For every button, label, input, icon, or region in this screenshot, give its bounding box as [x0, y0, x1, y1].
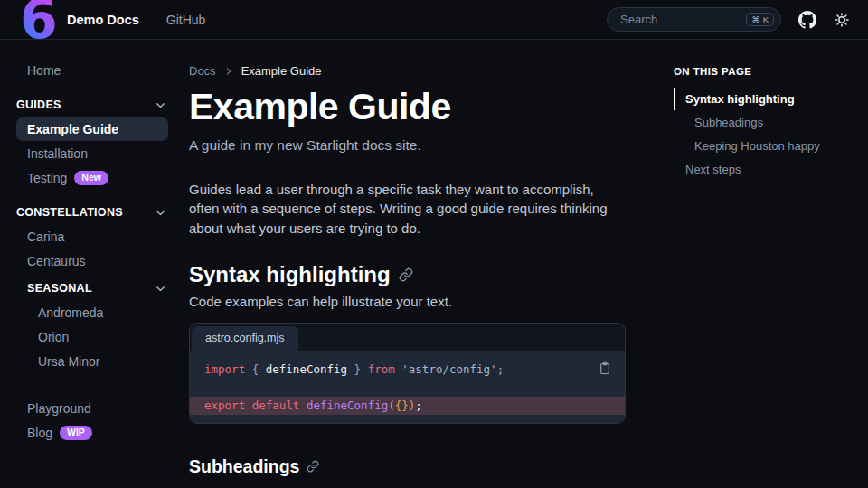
- sidebar-item-installation[interactable]: Installation: [16, 142, 168, 165]
- chevron-down-icon: [155, 207, 166, 219]
- sidebar-item-centaurus[interactable]: Centaurus: [16, 249, 168, 273]
- new-badge: New: [74, 171, 108, 185]
- intro-paragraph: Guides lead a user through a specific ta…: [189, 180, 626, 238]
- code-token: ({}): [388, 399, 415, 412]
- main-content: Docs Example Guide Example Guide A guide…: [181, 40, 653, 487]
- sidebar-item-label: Blog: [27, 426, 52, 440]
- code-token: ;: [415, 399, 422, 412]
- code-line-highlighted: export default defineConfig({});: [190, 397, 625, 415]
- code-body: import { defineConfig } from 'astro/conf…: [190, 351, 625, 423]
- github-icon: [798, 11, 816, 29]
- search-placeholder: Search: [620, 13, 657, 26]
- sidebar-item-home[interactable]: Home: [16, 59, 168, 82]
- code-line-empty: [190, 379, 625, 397]
- search-shortcut-mod: ⌘: [751, 15, 760, 24]
- chevron-down-icon: [155, 283, 166, 295]
- code-token: defineConfig: [266, 362, 347, 376]
- heading-text: Subheadings: [189, 456, 299, 477]
- code-token: export: [204, 399, 252, 412]
- code-line: import { defineConfig } from 'astro/conf…: [190, 361, 625, 379]
- sidebar-group-constellations[interactable]: CONSTELLATIONS: [16, 201, 168, 224]
- anchor-link-icon[interactable]: [399, 267, 413, 282]
- code-token: default: [252, 399, 307, 412]
- code-token: from: [368, 362, 402, 376]
- sidebar-group-label: SEASONAL: [27, 282, 92, 295]
- page-lede: A guide in my new Starlight docs site.: [189, 137, 626, 154]
- copy-code-button[interactable]: [596, 359, 614, 378]
- section-body: Code examples can help illustrate your t…: [189, 294, 626, 309]
- anchor-link-icon[interactable]: [307, 460, 319, 473]
- clipboard-icon: [598, 361, 612, 376]
- code-token: 'astro/config': [401, 362, 496, 376]
- code-block: astro.config.mjs import { defineConfig }…: [189, 323, 626, 424]
- code-token: import: [204, 362, 252, 376]
- nav-link-github[interactable]: GitHub: [166, 13, 206, 27]
- code-token: defineConfig: [307, 399, 388, 412]
- search-shortcut-badge: ⌘ K: [746, 13, 774, 27]
- sidebar-item-label: Testing: [27, 171, 67, 185]
- toc-item-subheadings[interactable]: Subheadings: [674, 111, 859, 134]
- breadcrumb-current: Example Guide: [241, 64, 322, 78]
- sidebar-item-andromeda[interactable]: Andromeda: [16, 301, 168, 324]
- toc-heading: ON THIS PAGE: [674, 66, 859, 77]
- sidebar-item-blog[interactable]: Blog WIP: [16, 421, 168, 445]
- code-token: }: [347, 362, 368, 376]
- sidebar-item-example-guide[interactable]: Example Guide: [16, 117, 168, 141]
- search-shortcut-key: K: [763, 15, 769, 24]
- breadcrumb-root[interactable]: Docs: [189, 64, 216, 78]
- sidebar-nav: Home GUIDES Example Guide Installation T…: [0, 40, 181, 487]
- wip-badge: WIP: [60, 426, 92, 440]
- sidebar-item-playground[interactable]: Playground: [16, 397, 168, 420]
- toc-item-keeping-houston-happy[interactable]: Keeping Houston happy: [674, 135, 859, 157]
- code-tab[interactable]: astro.config.mjs: [192, 326, 298, 351]
- code-token: {: [252, 362, 266, 376]
- sidebar-item-orion[interactable]: Orion: [16, 325, 168, 349]
- sidebar-group-label: CONSTELLATIONS: [16, 206, 123, 219]
- logo-glyph: 6: [20, 0, 58, 40]
- toc-item-next-steps[interactable]: Next steps: [674, 158, 859, 181]
- github-repo-button[interactable]: [798, 11, 816, 29]
- site-title-link[interactable]: Demo Docs: [67, 13, 139, 27]
- code-token: ;: [497, 362, 505, 376]
- code-tab-bar: astro.config.mjs: [190, 324, 625, 351]
- sidebar-item-carina[interactable]: Carina: [16, 225, 168, 249]
- heading-syntax-highlighting: Syntax highlighting: [189, 262, 626, 287]
- heading-text: Syntax highlighting: [189, 262, 391, 287]
- sidebar-item-ursa-minor[interactable]: Ursa Minor: [16, 350, 168, 373]
- sidebar-group-label: GUIDES: [16, 99, 61, 111]
- theme-toggle-button[interactable]: [834, 12, 850, 28]
- toc-item-syntax-highlighting[interactable]: Syntax highlighting: [674, 88, 859, 110]
- sidebar-item-testing[interactable]: Testing New: [16, 166, 168, 190]
- search-input[interactable]: Search ⌘ K: [607, 7, 781, 32]
- site-header: 6 Demo Docs GitHub Search ⌘ K: [0, 0, 868, 40]
- heading-subheadings: Subheadings: [189, 456, 626, 477]
- page-title: Example Guide: [189, 86, 626, 128]
- sidebar-group-guides[interactable]: GUIDES: [16, 93, 168, 117]
- chevron-right-icon: [224, 67, 233, 76]
- chevron-down-icon: [155, 99, 166, 111]
- breadcrumb: Docs Example Guide: [189, 64, 626, 78]
- sun-icon: [834, 12, 850, 28]
- sidebar-group-seasonal[interactable]: SEASONAL: [16, 277, 168, 300]
- on-this-page-nav: ON THIS PAGE Syntax highlighting Subhead…: [653, 40, 868, 487]
- site-logo[interactable]: 6: [0, 0, 67, 40]
